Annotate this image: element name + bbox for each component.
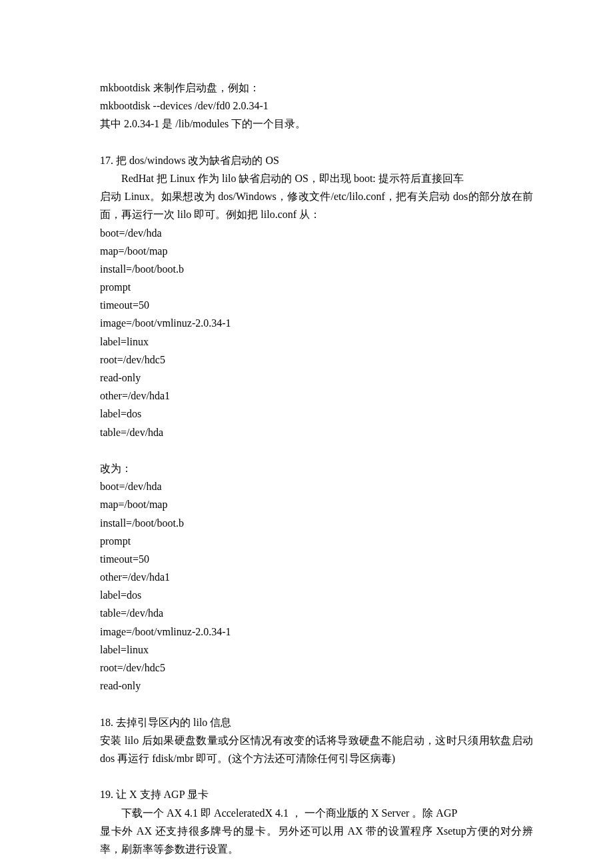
- text-line: 下载一个 AX 4.1 即 AcceleratedX 4.1 ， 一个商业版的 …: [100, 804, 533, 822]
- text-line: 安装 lilo 后如果硬盘数量或分区情况有改变的话将导致硬盘不能启动，这时只须用…: [100, 731, 533, 767]
- text-line: 改为：: [100, 459, 533, 477]
- config-line: table=/dev/hda: [100, 423, 533, 441]
- config-line: label=linux: [100, 333, 533, 351]
- config-line: install=/boot/boot.b: [100, 514, 533, 532]
- config-line: table=/dev/hda: [100, 604, 533, 622]
- config-line: map=/boot/map: [100, 495, 533, 513]
- config-line: timeout=50: [100, 296, 533, 314]
- config-line: timeout=50: [100, 550, 533, 568]
- text-line: RedHat 把 Linux 作为 lilo 缺省启动的 OS，即出现 boot…: [100, 169, 533, 187]
- config-line: image=/boot/vmlinuz-2.0.34-1: [100, 314, 533, 332]
- blank-line: [100, 695, 533, 713]
- config-line: prompt: [100, 532, 533, 550]
- config-line: label=dos: [100, 405, 533, 423]
- blank-line: [100, 441, 533, 459]
- config-line: read-only: [100, 369, 533, 387]
- section-17-heading: 17. 把 dos/windows 改为缺省启动的 OS: [100, 151, 533, 169]
- text-line: mkbootdisk --devices /dev/fd0 2.0.34-1: [100, 97, 533, 115]
- text-line: 显卡外 AX 还支持很多牌号的显卡。另外还可以用 AX 带的设置程序 Xsetu…: [100, 822, 533, 858]
- config-line: other=/dev/hda1: [100, 387, 533, 405]
- config-line: other=/dev/hda1: [100, 568, 533, 586]
- config-line: map=/boot/map: [100, 242, 533, 260]
- config-line: label=dos: [100, 586, 533, 604]
- config-line: label=linux: [100, 641, 533, 659]
- text-line: 启动 Linux。如果想改为 dos/Windows，修改文件/etc/lilo…: [100, 187, 533, 223]
- blank-line: [100, 767, 533, 785]
- document-page: mkbootdisk 来制作启动盘，例如： mkbootdisk --devic…: [0, 0, 613, 868]
- config-line: image=/boot/vmlinuz-2.0.34-1: [100, 623, 533, 641]
- config-line: read-only: [100, 677, 533, 695]
- text-line: mkbootdisk 来制作启动盘，例如：: [100, 79, 533, 97]
- config-line: boot=/dev/hda: [100, 477, 533, 495]
- config-line: boot=/dev/hda: [100, 224, 533, 242]
- config-line: install=/boot/boot.b: [100, 260, 533, 278]
- config-line: prompt: [100, 278, 533, 296]
- blank-line: [100, 133, 533, 151]
- section-19-heading: 19. 让 X 支持 AGP 显卡: [100, 785, 533, 803]
- text-line: 其中 2.0.34-1 是 /lib/modules 下的一个目录。: [100, 115, 533, 133]
- config-line: root=/dev/hdc5: [100, 351, 533, 369]
- config-line: root=/dev/hdc5: [100, 659, 533, 677]
- section-18-heading: 18. 去掉引导区内的 lilo 信息: [100, 713, 533, 731]
